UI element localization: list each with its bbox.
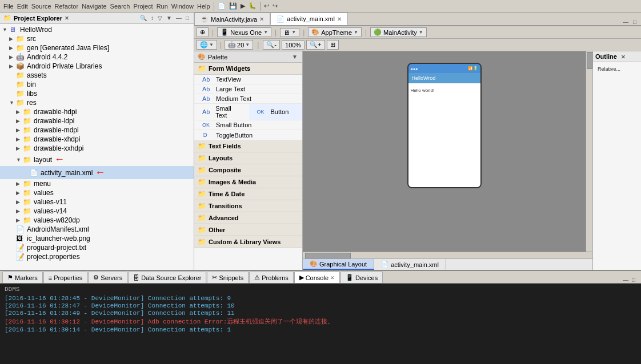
tab-problems[interactable]: ⚠ Problems xyxy=(249,272,293,283)
tree-item-bin[interactable]: 📁 bin xyxy=(0,80,194,89)
tree-item-res[interactable]: ▼ 📁 res xyxy=(0,98,194,107)
tree-item-values[interactable]: ▶ 📁 values xyxy=(0,188,194,197)
panel-menu[interactable]: ▼ xyxy=(165,15,173,21)
menu-source[interactable]: Source xyxy=(30,2,53,10)
tree-item-values-v11[interactable]: ▶ 📁 values-v11 xyxy=(0,197,194,207)
palette-category-time-date[interactable]: 📁 Time & Date xyxy=(194,188,302,200)
tree-item-values-v14[interactable]: ▶ 📁 values-v14 xyxy=(0,207,194,216)
tree-item-src[interactable]: ▶ 📁 src xyxy=(0,34,194,43)
panel-min-btn[interactable]: — xyxy=(175,15,183,21)
tab-console[interactable]: ▶ Console ✕ xyxy=(294,272,340,283)
tab-close-java[interactable]: ✕ xyxy=(259,16,264,22)
menu-navigate[interactable]: Navigate xyxy=(81,2,107,10)
palette-category-layouts[interactable]: 📁 Layouts xyxy=(194,152,302,164)
palette-item-textview[interactable]: Ab TextView xyxy=(194,75,302,84)
tab-snippets[interactable]: ✂ Snippets xyxy=(207,272,249,283)
palette-item-button[interactable]: OK Button xyxy=(249,104,303,120)
close-icon[interactable]: ✕ xyxy=(65,15,69,21)
toolbar-redo[interactable]: ↪ xyxy=(271,2,279,10)
api-level-btn[interactable]: 🤖 20 ▼ xyxy=(225,40,253,50)
tab-xml-source[interactable]: 📄 activity_main.xml xyxy=(374,259,446,270)
palette-category-custom-library[interactable]: 📁 Custom & Library Views xyxy=(194,236,302,248)
tab-properties[interactable]: ≡ Properties xyxy=(43,272,88,283)
tree-item-androidmanifest[interactable]: 📄 AndroidManifest.xml xyxy=(0,225,194,234)
palette-category-text-fields[interactable]: 📁 Text Fields xyxy=(194,140,302,152)
tree-item-gen[interactable]: ▶ 📁 gen [Generated Java Files] xyxy=(0,43,194,52)
editor-maximize[interactable]: □ xyxy=(632,19,638,25)
tree-item-private-libs[interactable]: ▶ 📦 Android Private Libraries xyxy=(0,62,194,71)
menu-file[interactable]: File xyxy=(2,2,15,10)
tab-activity-main-xml[interactable]: 📄 activity_main.xml ✕ xyxy=(270,13,348,25)
screen-config-btn[interactable]: 🖥 ▼ xyxy=(280,28,299,37)
palette-item-togglebutton[interactable]: ⊙ ToggleButton xyxy=(194,130,302,140)
tree-item-ic-launcher[interactable]: 🖼 ic_launcher-web.png xyxy=(0,234,194,243)
palette-category-other[interactable]: 📁 Other xyxy=(194,224,302,236)
tree-item-hellowrod[interactable]: ▼ 🖥 HelloWrod xyxy=(0,25,194,34)
tab-mainactivity[interactable]: ☕ MainActivity.java ✕ xyxy=(194,13,270,25)
outline-close-icon[interactable]: ✕ xyxy=(621,54,626,60)
panel-minimize[interactable]: 🔍 xyxy=(139,15,148,21)
console-minimize[interactable]: — xyxy=(622,277,630,283)
toolbar-run[interactable]: ▶ xyxy=(239,2,246,10)
palette-item-medium-text[interactable]: Ab Medium Text xyxy=(194,94,302,104)
palette-item-small-text[interactable]: Ab Small Text xyxy=(194,104,248,120)
menu-window[interactable]: Window xyxy=(170,2,195,10)
menu-help[interactable]: Help xyxy=(196,2,211,10)
design-canvas[interactable]: ●●● 📶🔋 HelloWrod Hello world! xyxy=(303,51,586,252)
tree-item-drawable-ldpi[interactable]: ▶ 📁 drawable-ldpi xyxy=(0,116,194,126)
zoom-in-btn[interactable]: 🔍+ xyxy=(306,40,324,50)
console-maximize[interactable]: □ xyxy=(631,277,636,283)
palette-dropdown[interactable]: ▼ xyxy=(291,54,299,60)
toolbar-save[interactable]: 💾 xyxy=(228,2,238,10)
tree-item-drawable-xxhdpi[interactable]: ▶ 📁 drawable-xxhdpi xyxy=(0,144,194,153)
menu-search[interactable]: Search xyxy=(109,2,131,10)
panel-sync[interactable]: ↕ xyxy=(150,15,155,21)
tree-item-project-props[interactable]: 📝 project.properties xyxy=(0,252,194,261)
tree-item-drawable-xhdpi[interactable]: ▶ 📁 drawable-xhdpi xyxy=(0,135,194,144)
palette-item-large-text[interactable]: Ab Large Text xyxy=(194,84,302,94)
tree-item-drawable-hdpi[interactable]: ▶ 📁 drawable-hdpi xyxy=(0,107,194,116)
device-selector[interactable]: 📱 Nexus One ▼ xyxy=(217,27,271,37)
menu-run[interactable]: Run xyxy=(155,2,169,10)
canvas-scrollbar-h[interactable] xyxy=(303,252,592,258)
tab-servers[interactable]: ⚙ Servers xyxy=(88,272,127,283)
scrollbar-thumb[interactable] xyxy=(587,52,592,69)
palette-category-advanced[interactable]: 📁 Advanced xyxy=(194,212,302,224)
canvas-scrollbar-v[interactable] xyxy=(586,51,592,252)
panel-max-btn[interactable]: □ xyxy=(185,15,190,21)
tree-item-android[interactable]: ▶ 🤖 Android 4.4.2 xyxy=(0,52,194,62)
zoom-out-btn[interactable]: 🔍- xyxy=(263,40,280,50)
tab-close-xml[interactable]: ✕ xyxy=(337,16,342,22)
zoom-fit-btn[interactable]: ⊕ xyxy=(197,27,209,37)
tree-item-layout[interactable]: ▼ 📁 layout ← xyxy=(0,153,194,166)
tab-markers[interactable]: ⚑ Markers xyxy=(2,272,43,283)
tab-data-source[interactable]: 🗄 Data Source Explorer xyxy=(128,272,206,283)
theme-selector[interactable]: 🎨 AppTheme ▼ xyxy=(308,27,362,37)
zoom-100-btn[interactable]: 100% xyxy=(282,41,305,50)
tab-devices[interactable]: 📱 Devices xyxy=(340,272,383,283)
palette-category-transitions[interactable]: 📁 Transitions xyxy=(194,200,302,212)
tree-item-values-w820dp[interactable]: ▶ 📁 values-w820dp xyxy=(0,216,194,225)
palette-category-images-media[interactable]: 📁 Images & Media xyxy=(194,176,302,188)
globe-btn[interactable]: 🌐 ▼ xyxy=(197,40,217,50)
toolbar-undo[interactable]: ↩ xyxy=(263,2,270,10)
menu-edit[interactable]: Edit xyxy=(16,2,29,10)
tree-item-assets[interactable]: 📁 assets xyxy=(0,71,194,80)
scrollbar-thumb-h[interactable] xyxy=(305,253,351,258)
toolbar-new[interactable]: 📄 xyxy=(217,2,227,10)
editor-minimize[interactable]: — xyxy=(622,19,630,25)
tree-item-activity-main-xml[interactable]: 📄 activity_main.xml ← xyxy=(0,166,194,179)
toolbar-debug[interactable]: 🐛 xyxy=(247,2,258,10)
tree-item-menu[interactable]: ▶ 📁 menu xyxy=(0,179,194,188)
tree-item-proguard[interactable]: 📝 proguard-project.txt xyxy=(0,243,194,252)
zoom-fit2-btn[interactable]: ⊞ xyxy=(327,40,339,50)
palette-category-form-widgets[interactable]: 📁 Form Widgets xyxy=(194,63,302,75)
tab-graphical-layout[interactable]: 🎨 Graphical Layout xyxy=(303,259,374,270)
palette-item-small-button[interactable]: OK Small Button xyxy=(194,120,302,130)
menu-bar[interactable]: File Edit Source Refactor Navigate Searc… xyxy=(0,0,641,13)
console-close-icon[interactable]: ✕ xyxy=(330,275,335,281)
activity-selector[interactable]: 🟢 MainActivity ▼ xyxy=(370,27,427,37)
tree-item-libs[interactable]: 📁 libs xyxy=(0,89,194,98)
menu-project[interactable]: Project xyxy=(132,2,154,10)
palette-category-composite[interactable]: 📁 Composite xyxy=(194,164,302,176)
